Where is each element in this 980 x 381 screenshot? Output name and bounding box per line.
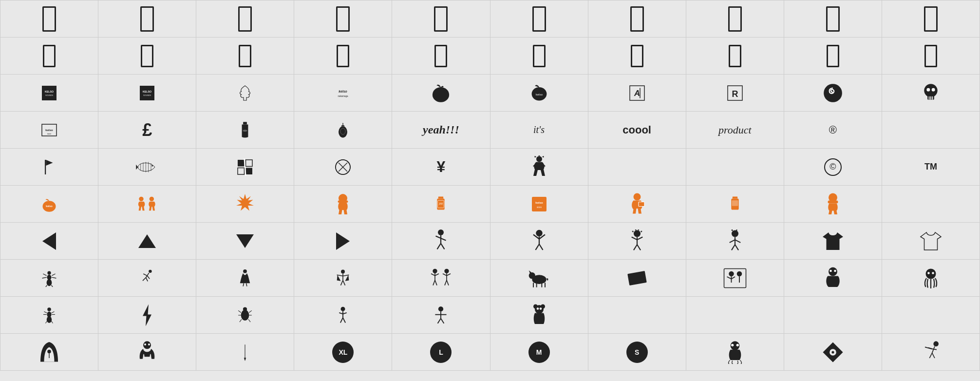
bug-icon (40, 306, 58, 324)
cell-r1c2 (98, 0, 196, 38)
svg-line-73 (441, 243, 445, 249)
cell-r4c4 (294, 112, 392, 149)
m-label: M (536, 348, 542, 356)
svg-line-115 (343, 280, 345, 285)
svg-line-89 (735, 240, 740, 243)
svg-line-126 (445, 280, 447, 286)
curly-figure2-icon (723, 229, 747, 253)
monster-figure-icon (723, 341, 747, 364)
cell-r2c1 (0, 38, 98, 75)
cell-r10c7: S (588, 334, 686, 371)
rect-tall-icon (42, 6, 56, 32)
cell-r7c8 (686, 223, 784, 260)
svg-line-159 (238, 310, 241, 312)
svg-line-175 (438, 318, 441, 323)
trademark-icon: TM (924, 162, 937, 172)
svg-point-110 (341, 269, 345, 273)
svg-line-139 (731, 277, 735, 279)
svg-line-104 (147, 275, 150, 278)
tomato-kelso-icon: kelso (528, 81, 551, 105)
svg-point-86 (732, 230, 738, 237)
product-text-icon: product (718, 124, 752, 136)
svg-rect-52 (338, 200, 348, 203)
pound-sign-icon: £ (142, 120, 152, 140)
arrow-down-icon (236, 234, 254, 248)
broken-grid-icon (236, 158, 254, 176)
svg-point-142 (829, 267, 837, 276)
cell-r1c9 (784, 0, 882, 38)
yeah-text-icon: yeah!!! (423, 123, 459, 136)
svg-line-82 (631, 237, 637, 240)
rect-short-icon (43, 45, 56, 67)
svg-text:kelso: kelso (535, 201, 543, 204)
group-chars-icon (429, 267, 452, 290)
svg-point-143 (829, 269, 832, 272)
icon-grid: KELSO SOUNDS KELSO SOUNDS kelso nakamaga (0, 0, 980, 371)
rect-tall-icon (238, 6, 252, 32)
cell-r1c4 (294, 0, 392, 38)
svg-point-17 (924, 84, 937, 97)
svg-point-60 (633, 193, 641, 200)
cell-r6c8 (686, 186, 784, 223)
rect-tall-icon (336, 6, 350, 32)
rect-tall-icon (140, 6, 154, 32)
cell-r6c1: kelso (0, 186, 98, 223)
tshirt-black-icon (821, 229, 845, 253)
its-text-icon: it's (533, 124, 545, 135)
rect-short-icon (141, 45, 153, 67)
svg-rect-67 (828, 200, 838, 203)
cell-r8c4 (294, 260, 392, 297)
cell-r1c10 (882, 0, 980, 38)
rect-tall-icon (728, 6, 742, 32)
cell-r6c9 (784, 186, 882, 223)
cell-r2c3 (196, 38, 294, 75)
cell-r2c9 (784, 38, 882, 75)
svg-text:A: A (634, 89, 640, 97)
svg-line-119 (435, 273, 439, 275)
xl-label: XL (339, 348, 347, 356)
cell-r6c10-empty (882, 186, 980, 223)
svg-line-95 (43, 274, 46, 276)
cell-r9c9-empty (784, 297, 882, 334)
cell-r2c6 (490, 38, 588, 75)
svg-point-136 (729, 271, 734, 276)
cell-r2c7 (588, 38, 686, 75)
orange-reading-char-icon (625, 192, 649, 216)
cell-r4c2: £ (98, 112, 196, 149)
cell-r1c5 (392, 0, 490, 38)
cell-r8c2 (98, 260, 196, 297)
svg-line-152 (52, 311, 55, 313)
svg-line-71 (441, 238, 446, 241)
svg-line-169 (340, 318, 343, 323)
artichoke-icon (334, 121, 352, 139)
svg-text:label: label (47, 133, 51, 135)
orange-kelso-icon: kelso (40, 195, 58, 213)
svg-point-101 (149, 269, 151, 272)
svg-line-103 (143, 274, 147, 276)
dress-figure-icon (236, 269, 254, 287)
orange-characters-icon (135, 192, 159, 216)
cell-r8c10 (882, 260, 980, 297)
svg-line-138 (727, 277, 731, 279)
cell-r2c8 (686, 38, 784, 75)
svg-point-129 (528, 272, 535, 279)
cell-r10c6: M (490, 334, 588, 371)
svg-point-94 (47, 279, 52, 286)
cell-r7c4 (294, 223, 392, 260)
cell-r6c2 (98, 186, 196, 223)
arms-out-figure-icon (432, 306, 450, 324)
svg-line-170 (343, 318, 345, 323)
cell-r8c9 (784, 260, 882, 297)
svg-point-49 (139, 196, 143, 201)
rhombus-icon (625, 267, 649, 290)
needle-icon (236, 343, 254, 361)
coool-text-icon: coool (622, 124, 651, 136)
curly-hair-figure-icon (625, 229, 649, 253)
cell-r8c8 (686, 260, 784, 297)
cell-r5c1 (0, 149, 98, 186)
rect-tall-icon (532, 6, 546, 32)
cell-r7c6 (490, 223, 588, 260)
orange-jar-icon: JAR (432, 195, 450, 213)
svg-line-160 (249, 310, 252, 312)
svg-rect-61 (639, 202, 644, 206)
